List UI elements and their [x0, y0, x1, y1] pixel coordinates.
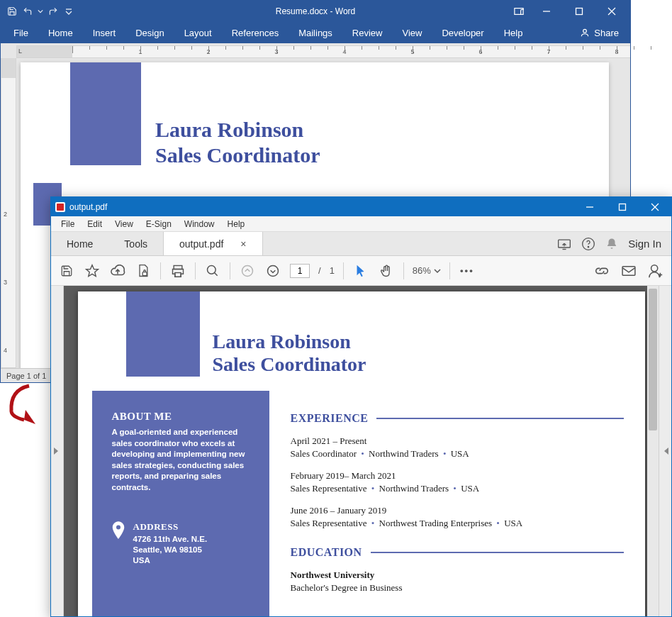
tab-home[interactable]: Home: [38, 22, 83, 43]
zoom-value: 86%: [413, 265, 431, 276]
tab-design[interactable]: Design: [125, 22, 174, 43]
pdf-right-panel-toggle[interactable]: [659, 286, 671, 616]
svg-rect-16: [174, 265, 182, 269]
vertical-ruler[interactable]: 234: [1, 58, 16, 368]
tab-insert[interactable]: Insert: [83, 22, 126, 43]
page-count-label: Page 1 of 1: [6, 372, 46, 380]
star-icon[interactable]: [84, 262, 101, 279]
maximize-button[interactable]: [606, 197, 639, 216]
tab-developer[interactable]: Developer: [432, 22, 493, 43]
minimize-button[interactable]: [573, 197, 606, 216]
menu-view[interactable]: View: [109, 219, 139, 229]
svg-rect-15: [142, 272, 147, 275]
svg-point-13: [588, 246, 589, 247]
more-icon[interactable]: •••: [459, 262, 476, 279]
tab-help[interactable]: Help: [494, 22, 533, 43]
about-heading: ABOUT ME: [112, 411, 254, 423]
education-heading: EDUCATION: [291, 546, 362, 559]
minimize-button[interactable]: [531, 1, 562, 22]
add-user-icon[interactable]: [647, 262, 664, 279]
experience-company: Northwind Traders: [379, 483, 449, 494]
cloud-upload-icon[interactable]: [109, 262, 126, 279]
menu-esign[interactable]: E-Sign: [140, 219, 177, 229]
close-button[interactable]: [596, 1, 627, 22]
help-icon[interactable]: [581, 237, 595, 251]
quick-access-toolbar: [1, 6, 74, 17]
experience-role: Sales Representative: [291, 483, 367, 494]
menu-edit[interactable]: Edit: [82, 219, 108, 229]
screen-share-icon[interactable]: [557, 238, 571, 250]
link-share-icon[interactable]: [593, 262, 610, 279]
hand-icon[interactable]: [378, 262, 395, 279]
save-icon[interactable]: [58, 262, 75, 279]
tab-references[interactable]: References: [222, 22, 289, 43]
resume-name: Laura Robinson: [155, 118, 303, 142]
pdf-title: output.pdf: [69, 202, 107, 212]
tab-home[interactable]: Home: [51, 232, 108, 255]
pointer-icon[interactable]: [352, 262, 369, 279]
page-total: 1: [330, 265, 335, 276]
pdf-window-controls: [573, 197, 671, 216]
zoom-dropdown[interactable]: 86%: [413, 265, 441, 276]
resume-main: EXPERIENCE April 2021 – Present Sales Co…: [291, 412, 624, 604]
scrollbar-thumb[interactable]: [649, 289, 657, 430]
resume-sidebar: ABOUT ME A goal-oriented and experienced…: [92, 391, 269, 616]
tab-mailings[interactable]: Mailings: [289, 22, 342, 43]
search-icon[interactable]: [204, 262, 221, 279]
word-document-title: Resume.docx - Word: [276, 6, 355, 16]
experience-entry: February 2019– March 2021 Sales Represen…: [291, 469, 624, 494]
share-button[interactable]: Share: [580, 28, 630, 38]
horizontal-ruler[interactable]: L /* ticks rendered below by JS to keep …: [16, 45, 630, 58]
email-icon[interactable]: [620, 262, 637, 279]
tab-file[interactable]: File: [9, 22, 38, 43]
menu-window[interactable]: Window: [179, 219, 220, 229]
chevron-down-icon[interactable]: [38, 6, 43, 17]
svg-rect-3: [576, 9, 583, 15]
tab-review[interactable]: Review: [342, 22, 393, 43]
page-up-icon[interactable]: [239, 262, 256, 279]
pdf-app-icon: [55, 202, 65, 212]
experience-dates: February 2019– March 2021: [291, 469, 624, 482]
pdf-menubar: File Edit View E-Sign Window Help: [51, 216, 671, 232]
tab-view[interactable]: View: [392, 22, 432, 43]
experience-role: Sales Representative: [291, 518, 367, 528]
resume-role: Sales Coordinator: [155, 143, 320, 167]
address-heading: ADDRESS: [133, 521, 208, 533]
pdf-toolbar: / 1 86% •••: [51, 256, 671, 286]
document-lock-icon[interactable]: [135, 262, 152, 279]
page-number-input[interactable]: [290, 264, 310, 278]
menu-file[interactable]: File: [55, 219, 80, 229]
experience-section-title: EXPERIENCE: [291, 412, 624, 425]
bell-icon[interactable]: [605, 237, 618, 251]
pdf-document-area[interactable]: Laura Robinson Sales Coordinator ABOUT M…: [64, 286, 659, 616]
experience-company: Northwind Traders: [369, 448, 439, 459]
experience-role: Sales Coordinator: [291, 448, 357, 459]
tab-layout[interactable]: Layout: [174, 22, 222, 43]
tab-close-icon[interactable]: ×: [240, 238, 246, 250]
svg-point-20: [242, 265, 253, 276]
sign-in-button[interactable]: Sign In: [628, 238, 661, 250]
svg-point-18: [208, 265, 216, 274]
page-down-icon[interactable]: [264, 262, 281, 279]
redo-icon[interactable]: [47, 6, 59, 17]
resume-heading: Laura Robinson Sales Coordinator: [213, 330, 366, 376]
experience-location: USA: [504, 518, 522, 528]
experience-location: USA: [461, 483, 479, 494]
undo-icon[interactable]: [22, 6, 33, 17]
address-line-1: 4726 11th Ave. N.E.: [133, 534, 208, 545]
experience-heading: EXPERIENCE: [291, 412, 369, 425]
qat-customize-icon[interactable]: [63, 6, 74, 17]
ribbon-display-options-icon[interactable]: [508, 1, 530, 22]
print-icon[interactable]: [169, 262, 186, 279]
menu-help[interactable]: Help: [222, 219, 251, 229]
save-icon[interactable]: [6, 6, 18, 17]
vertical-scrollbar[interactable]: [647, 286, 659, 616]
tab-document[interactable]: output.pdf ×: [163, 232, 262, 255]
close-button[interactable]: [639, 197, 671, 216]
resume-header-block: [70, 62, 141, 165]
pdf-tabs: Home Tools output.pdf × Sign In: [51, 232, 671, 256]
tab-tools[interactable]: Tools: [108, 232, 163, 255]
map-pin-icon: [112, 521, 125, 566]
pdf-left-panel-toggle[interactable]: [51, 286, 64, 616]
maximize-button[interactable]: [564, 1, 595, 22]
